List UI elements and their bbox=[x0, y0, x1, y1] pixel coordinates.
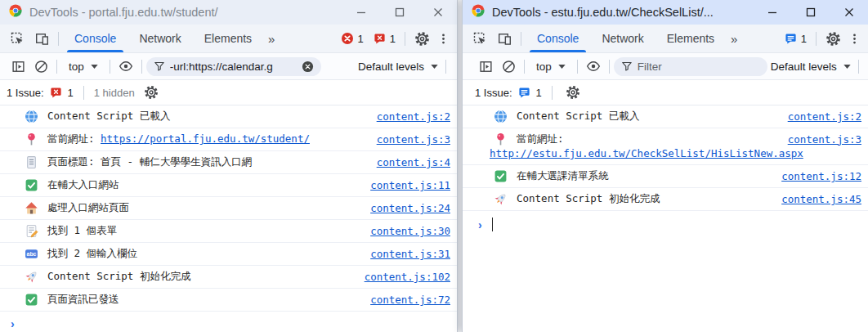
console-message-text: Content Script 已載入 bbox=[47, 110, 170, 123]
divider bbox=[816, 32, 817, 46]
console-source-link[interactable]: content.js:4 bbox=[370, 156, 450, 168]
context-selector[interactable]: top bbox=[529, 61, 573, 73]
inspect-element-icon[interactable] bbox=[468, 27, 492, 50]
messages-badge[interactable] bbox=[518, 87, 530, 99]
issue-label: 1 Issue: bbox=[7, 87, 44, 99]
console-message-row: Content Script 初始化完成content.js:45 bbox=[463, 188, 868, 211]
console-sidebar-icon[interactable] bbox=[7, 56, 29, 77]
error-badge[interactable]: 1 bbox=[336, 32, 369, 45]
divider bbox=[445, 60, 446, 74]
divider bbox=[56, 60, 57, 74]
tab-elements[interactable]: Elements bbox=[193, 25, 263, 52]
console-message-row: abc找到 2 個輸入欄位content.js:31 bbox=[0, 243, 457, 266]
error-count: 1 bbox=[358, 33, 364, 45]
divider bbox=[58, 32, 59, 46]
device-toolbar-icon[interactable] bbox=[29, 27, 54, 50]
issue-label: 1 Issue: bbox=[475, 87, 512, 99]
console-source-link[interactable]: content.js:11 bbox=[364, 179, 450, 191]
filter-input[interactable]: -url:https://calendar.g bbox=[146, 57, 321, 76]
tab-network[interactable]: Network bbox=[128, 25, 192, 52]
console-message-text: Content Script 初始化完成 bbox=[47, 270, 190, 284]
close-button[interactable] bbox=[418, 0, 457, 25]
console-prompt[interactable]: › bbox=[463, 211, 868, 231]
prompt-chevron-icon: › bbox=[11, 318, 15, 330]
settings-gear-icon[interactable] bbox=[562, 82, 584, 103]
devtools-window-estu: DevTools - estu.fju.edu.tw/CheckSelList/… bbox=[462, 0, 868, 332]
default-levels-dropdown[interactable]: Default levels bbox=[767, 61, 854, 73]
console-source-link[interactable]: content.js:3 bbox=[370, 133, 450, 146]
console-source-link[interactable]: content.js:2 bbox=[781, 110, 861, 123]
check-icon bbox=[494, 169, 508, 183]
title-bar: DevTools - estu.fju.edu.tw/CheckSelList/… bbox=[463, 0, 868, 25]
context-selector[interactable]: top bbox=[61, 61, 105, 73]
minimize-button[interactable] bbox=[753, 0, 791, 25]
console-source-link[interactable]: content.js:3 bbox=[781, 133, 861, 146]
console-source-link[interactable]: content.js:24 bbox=[364, 202, 450, 214]
close-button[interactable] bbox=[830, 0, 868, 25]
title-bar: DevTools - portal.fju.edu.tw/student/ bbox=[0, 0, 457, 25]
messages-badge[interactable]: 1 bbox=[780, 33, 812, 45]
issues-badge[interactable] bbox=[50, 87, 62, 99]
console-source-link[interactable]: content.js:2 bbox=[370, 110, 450, 123]
divider bbox=[524, 60, 525, 74]
console-messages: Content Script 已載入content.js:2當前網址: http… bbox=[0, 105, 457, 312]
console-message-link[interactable]: http://estu.fju.edu.tw/CheckSelList/HisL… bbox=[490, 147, 861, 159]
console-message-row: Content Script 已載入content.js:2 bbox=[0, 105, 457, 128]
console-source-link[interactable]: content.js:30 bbox=[364, 225, 450, 237]
globe-icon bbox=[494, 110, 508, 123]
console-sidebar-icon[interactable] bbox=[474, 56, 497, 77]
messages-count: 1 bbox=[801, 33, 807, 45]
devtools-window-portal: DevTools - portal.fju.edu.tw/student/ Co… bbox=[0, 0, 458, 332]
inspect-element-icon[interactable] bbox=[5, 27, 29, 50]
issue-count: 1 bbox=[68, 87, 74, 99]
console-message-row: 當前網址: https://portal.fju.edu.tw/student/… bbox=[0, 128, 457, 151]
clear-console-icon[interactable] bbox=[497, 56, 520, 77]
abc-icon: abc bbox=[25, 247, 38, 261]
issues-badge[interactable]: 1 bbox=[369, 33, 400, 45]
menu-dots-icon[interactable] bbox=[434, 27, 452, 50]
maximize-button[interactable] bbox=[380, 0, 418, 25]
tab-console[interactable]: Console bbox=[526, 25, 590, 52]
svg-text:abc: abc bbox=[27, 251, 37, 257]
console-message-row: 在輔大入口網站content.js:11 bbox=[0, 174, 457, 197]
rocket-icon bbox=[25, 270, 38, 284]
tab-network[interactable]: Network bbox=[590, 25, 655, 52]
filter-value: -url:https://calendar.g bbox=[170, 61, 297, 73]
settings-gear-icon[interactable] bbox=[141, 82, 162, 103]
more-tabs-button[interactable]: » bbox=[726, 32, 743, 46]
default-levels-dropdown[interactable]: Default levels bbox=[355, 61, 441, 73]
clear-console-icon[interactable] bbox=[29, 56, 52, 77]
divider bbox=[141, 60, 142, 74]
console-source-link[interactable]: content.js:45 bbox=[775, 193, 861, 205]
console-message-text: Content Script 初始化完成 bbox=[517, 192, 660, 206]
device-toolbar-icon[interactable] bbox=[492, 27, 517, 50]
console-message-row: 在輔大選課清單系統content.js:12 bbox=[463, 165, 868, 188]
tab-elements[interactable]: Elements bbox=[655, 25, 726, 52]
minimize-button[interactable] bbox=[342, 0, 380, 25]
tab-console[interactable]: Console bbox=[63, 25, 128, 52]
settings-gear-icon[interactable] bbox=[821, 27, 845, 50]
console-source-link[interactable]: content.js:102 bbox=[358, 271, 450, 283]
chrome-icon bbox=[472, 4, 485, 20]
maximize-button[interactable] bbox=[791, 0, 830, 25]
hidden-messages-label[interactable]: 1 hidden bbox=[94, 87, 135, 99]
text-cursor bbox=[492, 218, 493, 231]
console-message-link[interactable]: https://portal.fju.edu.tw/student/ bbox=[101, 132, 310, 145]
eye-icon[interactable] bbox=[114, 56, 137, 77]
issue-bar: 1 Issue: 1 1 hidden bbox=[0, 80, 457, 105]
console-source-link[interactable]: content.js:31 bbox=[364, 248, 450, 260]
console-source-link[interactable]: content.js:12 bbox=[775, 170, 861, 182]
page-icon bbox=[25, 155, 38, 169]
console-message-row: 頁面資訊已發送content.js:72 bbox=[0, 289, 457, 312]
more-tabs-button[interactable]: » bbox=[263, 32, 280, 46]
console-message-text: 找到 1 個表單 bbox=[47, 224, 117, 238]
filter-input[interactable]: Filter bbox=[614, 57, 767, 76]
settings-gear-icon[interactable] bbox=[409, 27, 434, 50]
eye-icon[interactable] bbox=[582, 56, 605, 77]
menu-dots-icon[interactable] bbox=[845, 27, 863, 50]
check-icon bbox=[25, 293, 38, 307]
clear-filter-icon[interactable] bbox=[302, 61, 314, 73]
console-prompt[interactable]: › bbox=[0, 312, 457, 330]
console-toolbar: top Filter Default levels bbox=[463, 53, 868, 80]
console-source-link[interactable]: content.js:72 bbox=[364, 294, 450, 306]
